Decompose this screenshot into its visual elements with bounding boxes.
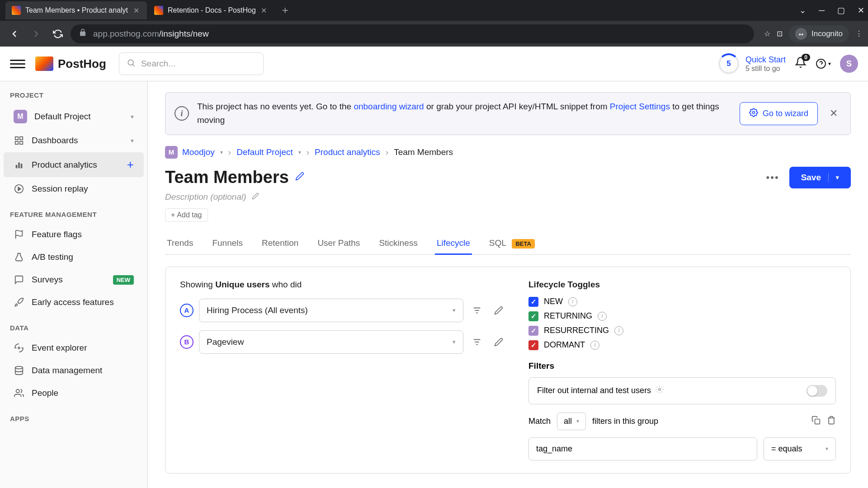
avatar[interactable]: S bbox=[840, 55, 858, 73]
incognito-badge[interactable]: Incognito bbox=[789, 25, 849, 42]
checkbox-checked[interactable]: ✓ bbox=[528, 340, 538, 350]
toggle-switch[interactable] bbox=[807, 385, 827, 397]
toggle-returning[interactable]: ✓ RETURNING i bbox=[528, 311, 836, 321]
edit-series-button[interactable] bbox=[491, 302, 507, 319]
sidebar-item-product-analytics[interactable]: Product analytics + bbox=[4, 152, 144, 177]
chevron-down-icon: ▾ bbox=[453, 307, 456, 314]
sidebar-item-early-access[interactable]: Early access features bbox=[4, 291, 144, 313]
delete-button[interactable] bbox=[827, 416, 836, 427]
browser-tab[interactable]: Retention - Docs - PostHog ✕ bbox=[148, 1, 275, 19]
notifications-button[interactable]: 0 bbox=[795, 56, 807, 71]
menu-toggle-button[interactable] bbox=[10, 56, 25, 71]
install-icon[interactable]: ⊡ bbox=[777, 29, 783, 38]
edit-title-button[interactable] bbox=[295, 172, 304, 183]
edit-series-button[interactable] bbox=[491, 334, 507, 350]
breadcrumb-org[interactable]: M Moodjoy ▾ bbox=[165, 146, 223, 159]
toggle-new[interactable]: ✓ NEW i bbox=[528, 297, 836, 307]
toggle-label: RESURRECTING bbox=[544, 326, 609, 335]
sidebar-item-session-replay[interactable]: Session replay bbox=[4, 178, 144, 200]
match-value: all bbox=[564, 417, 572, 426]
match-select[interactable]: all ▾ bbox=[557, 413, 586, 430]
search-input[interactable]: Search... bbox=[119, 52, 264, 75]
help-button[interactable]: ▾ bbox=[816, 58, 831, 69]
svg-rect-11 bbox=[21, 164, 23, 168]
org-badge: M bbox=[165, 146, 178, 159]
svg-rect-26 bbox=[815, 419, 820, 424]
chevron-down-icon: ▾ bbox=[828, 61, 831, 67]
info-icon[interactable]: i bbox=[614, 326, 623, 335]
sidebar-item-event-explorer[interactable]: Event explorer bbox=[4, 337, 144, 359]
project-settings-link[interactable]: Project Settings bbox=[610, 102, 670, 111]
info-icon[interactable]: i bbox=[568, 297, 577, 306]
sidebar-item-feature-flags[interactable]: Feature flags bbox=[4, 224, 144, 245]
bookmark-icon[interactable]: ☆ bbox=[764, 29, 770, 38]
url-input[interactable]: app.posthog.com/insights/new bbox=[71, 24, 754, 43]
rocket-icon bbox=[14, 297, 24, 308]
logo[interactable]: PostHog bbox=[35, 56, 106, 71]
info-icon[interactable]: i bbox=[590, 341, 599, 350]
close-banner-button[interactable]: ✕ bbox=[826, 106, 841, 121]
tab-retention[interactable]: Retention bbox=[260, 232, 300, 254]
tab-close-icon[interactable]: ✕ bbox=[132, 6, 141, 15]
filter-series-button[interactable] bbox=[469, 302, 485, 319]
series-select-a[interactable]: Hiring Process (All events) ▾ bbox=[199, 299, 463, 322]
back-button[interactable] bbox=[5, 25, 24, 43]
filter-operator-select[interactable]: = equals ▾ bbox=[764, 437, 836, 460]
breadcrumb-project[interactable]: Default Project ▾ bbox=[236, 147, 301, 157]
checkbox-checked[interactable]: ✓ bbox=[528, 311, 538, 321]
tab-close-icon[interactable]: ✕ bbox=[259, 6, 269, 15]
kebab-menu-icon[interactable]: ⋮ bbox=[855, 29, 863, 38]
description-row[interactable]: Description (optional) bbox=[165, 192, 851, 202]
info-icon[interactable]: i bbox=[598, 312, 607, 321]
checkbox-checked[interactable]: ✓ bbox=[528, 326, 538, 336]
series-select-b[interactable]: Pageview ▾ bbox=[199, 330, 463, 354]
toggle-resurrecting[interactable]: ✓ RESURRECTING i bbox=[528, 326, 836, 336]
tab-sql[interactable]: SQL BETA bbox=[487, 232, 537, 254]
insight-tabs: Trends Funnels Retention User Paths Stic… bbox=[165, 232, 851, 255]
minimize-icon[interactable]: ─ bbox=[819, 6, 825, 15]
tab-lifecycle[interactable]: Lifecycle bbox=[435, 232, 472, 254]
toggle-label: NEW bbox=[544, 297, 563, 306]
chevron-down-icon[interactable]: ⌄ bbox=[799, 5, 806, 15]
database-icon bbox=[14, 365, 24, 376]
tab-trends[interactable]: Trends bbox=[165, 232, 195, 254]
copy-button[interactable] bbox=[811, 416, 821, 427]
breadcrumb-section[interactable]: Product analytics bbox=[315, 147, 380, 157]
edit-description-icon[interactable] bbox=[252, 192, 259, 202]
maximize-icon[interactable]: ▢ bbox=[837, 5, 845, 15]
go-to-wizard-button[interactable]: Go to wizard bbox=[740, 102, 818, 125]
filter-property-select[interactable]: tag_name bbox=[528, 437, 757, 460]
sidebar-item-people[interactable]: People bbox=[4, 382, 144, 404]
checkbox-checked[interactable]: ✓ bbox=[528, 297, 538, 307]
sidebar-item-surveys[interactable]: Surveys NEW bbox=[4, 269, 144, 291]
gear-icon[interactable] bbox=[656, 385, 664, 396]
sidebar-item-label: Event explorer bbox=[32, 343, 134, 353]
tab-user-paths[interactable]: User Paths bbox=[316, 232, 362, 254]
dashboard-icon bbox=[14, 135, 24, 146]
filter-series-button[interactable] bbox=[469, 334, 485, 350]
sidebar-item-ab-testing[interactable]: A/B testing bbox=[4, 246, 144, 268]
sidebar-item-label: A/B testing bbox=[32, 252, 134, 262]
more-menu-button[interactable]: ••• bbox=[763, 168, 783, 187]
toggle-dormant[interactable]: ✓ DORMANT i bbox=[528, 340, 836, 350]
svg-point-15 bbox=[18, 347, 20, 349]
forward-button[interactable] bbox=[27, 25, 45, 43]
reload-button[interactable] bbox=[49, 25, 67, 43]
sidebar-item-data-management[interactable]: Data management bbox=[4, 360, 144, 381]
save-button[interactable]: Save ▾ bbox=[789, 167, 851, 188]
close-window-icon[interactable]: ✕ bbox=[858, 5, 864, 15]
text-bold: Unique users bbox=[215, 280, 269, 289]
match-label: Match bbox=[528, 417, 551, 426]
tab-funnels[interactable]: Funnels bbox=[210, 232, 245, 254]
quick-start-button[interactable]: 5 Quick Start 5 still to go bbox=[718, 53, 786, 74]
add-tag-button[interactable]: + Add tag bbox=[165, 208, 208, 222]
browser-tab-active[interactable]: Team Members • Product analyt ✕ bbox=[5, 1, 147, 19]
onboarding-wizard-link[interactable]: onboarding wizard bbox=[354, 102, 424, 111]
notification-badge: 0 bbox=[802, 54, 810, 61]
plus-icon[interactable]: + bbox=[127, 158, 134, 172]
sidebar-item-dashboards[interactable]: Dashboards ▾ bbox=[4, 130, 144, 151]
tab-stickiness[interactable]: Stickiness bbox=[377, 232, 420, 254]
showing-text: Showing Unique users who did bbox=[180, 280, 507, 290]
new-tab-button[interactable]: + bbox=[276, 4, 295, 17]
sidebar-item-default-project[interactable]: M Default Project ▾ bbox=[4, 104, 144, 129]
